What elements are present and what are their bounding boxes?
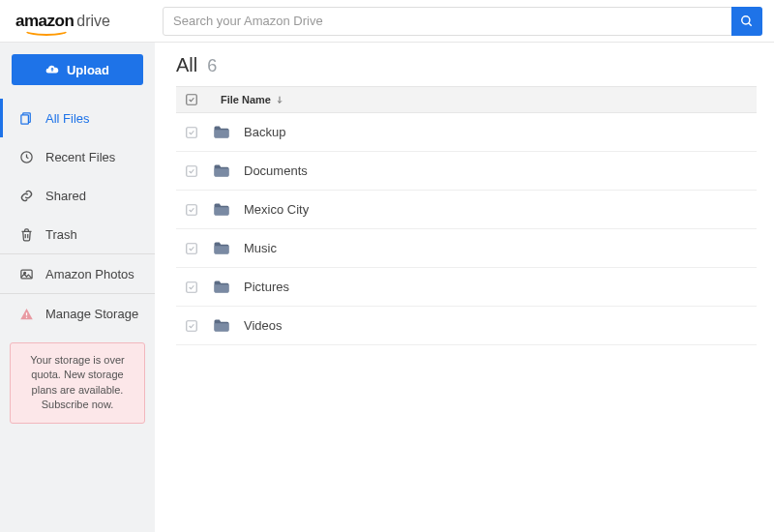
checkbox-icon [185, 281, 198, 294]
search-input[interactable] [164, 14, 731, 28]
app-header: amazon drive [0, 0, 774, 43]
row-checkbox[interactable] [184, 126, 199, 139]
sidebar: Upload All Files Recent Files Shared Tra… [0, 43, 155, 532]
file-name: Pictures [244, 280, 289, 294]
page-title-row: All 6 [176, 54, 757, 76]
checkbox-icon [185, 93, 198, 106]
photos-icon [18, 267, 34, 281]
table-row[interactable]: Mexico City [176, 191, 757, 229]
svg-rect-15 [187, 243, 197, 253]
nav-list: All Files Recent Files Shared Trash Amaz… [0, 99, 155, 333]
file-name: Music [244, 241, 277, 255]
storage-warning-banner[interactable]: Your storage is over quota. New storage … [10, 342, 145, 424]
svg-point-0 [742, 15, 750, 23]
checkbox-icon [185, 164, 198, 178]
sidebar-item-all-files[interactable]: All Files [0, 99, 155, 137]
sidebar-item-label: All Files [45, 111, 90, 126]
sidebar-item-label: Shared [45, 189, 86, 203]
checkbox-icon [185, 203, 198, 217]
sidebar-item-label: Recent Files [45, 150, 115, 164]
row-checkbox[interactable] [184, 281, 199, 294]
table-header: File Name [176, 86, 757, 113]
file-name: Documents [244, 163, 308, 178]
storage-warning-text: Your storage is over quota. New storage … [30, 354, 124, 410]
sidebar-item-label: Amazon Photos [45, 267, 134, 281]
file-name: Videos [244, 318, 283, 333]
logo-amazon-text: amazon [15, 12, 74, 31]
svg-rect-9 [25, 312, 26, 315]
svg-rect-13 [187, 165, 197, 176]
link-icon [18, 189, 34, 203]
checkbox-icon [185, 242, 198, 255]
row-checkbox[interactable] [184, 164, 199, 178]
folder-icon [213, 318, 230, 333]
upload-button[interactable]: Upload [12, 54, 143, 85]
clock-icon [18, 150, 34, 164]
folder-icon [213, 163, 230, 178]
svg-rect-10 [25, 316, 26, 317]
folder-icon [213, 202, 230, 217]
column-header-name[interactable]: File Name [221, 94, 284, 105]
row-checkbox[interactable] [184, 319, 199, 333]
sort-arrow-down-icon [275, 95, 284, 104]
sidebar-item-label: Manage Storage [45, 307, 138, 321]
column-header-label: File Name [221, 94, 271, 105]
sidebar-item-amazon-photos[interactable]: Amazon Photos [0, 254, 155, 293]
item-count: 6 [207, 56, 217, 76]
svg-rect-14 [187, 204, 197, 215]
table-row[interactable]: Videos [176, 307, 757, 345]
files-icon [18, 111, 34, 126]
sidebar-item-label: Trash [45, 227, 77, 242]
checkbox-icon [185, 319, 198, 333]
table-row[interactable]: Pictures [176, 268, 757, 307]
search-bar [163, 7, 762, 36]
svg-line-1 [749, 22, 752, 25]
svg-rect-17 [187, 320, 197, 331]
table-row[interactable]: Documents [176, 152, 757, 191]
select-all-checkbox[interactable] [184, 93, 199, 106]
sidebar-item-shared[interactable]: Shared [0, 176, 155, 215]
file-name: Backup [244, 125, 285, 139]
folder-icon [213, 241, 230, 255]
main-content: All 6 File Name Backup Documents Mexico [155, 43, 774, 532]
trash-icon [18, 227, 34, 242]
sidebar-item-trash[interactable]: Trash [0, 215, 155, 253]
file-name: Mexico City [244, 202, 309, 217]
sidebar-item-manage-storage[interactable]: Manage Storage [0, 294, 155, 333]
page-title: All [176, 54, 197, 76]
folder-icon [213, 280, 230, 294]
brand-logo[interactable]: amazon drive [4, 12, 155, 31]
warning-icon [18, 307, 34, 321]
svg-rect-16 [187, 281, 197, 292]
upload-icon [45, 63, 59, 76]
checkbox-icon [185, 126, 198, 139]
table-row[interactable]: Backup [176, 113, 757, 152]
row-checkbox[interactable] [184, 242, 199, 255]
upload-label: Upload [67, 63, 109, 77]
row-checkbox[interactable] [184, 203, 199, 217]
svg-rect-12 [187, 127, 197, 137]
search-button[interactable] [731, 7, 762, 36]
search-icon [740, 15, 754, 28]
folder-icon [213, 125, 230, 139]
logo-drive-text: drive [76, 13, 110, 30]
svg-rect-3 [20, 114, 28, 123]
sidebar-item-recent-files[interactable]: Recent Files [0, 137, 155, 176]
svg-rect-11 [187, 95, 197, 105]
table-row[interactable]: Music [176, 229, 757, 268]
